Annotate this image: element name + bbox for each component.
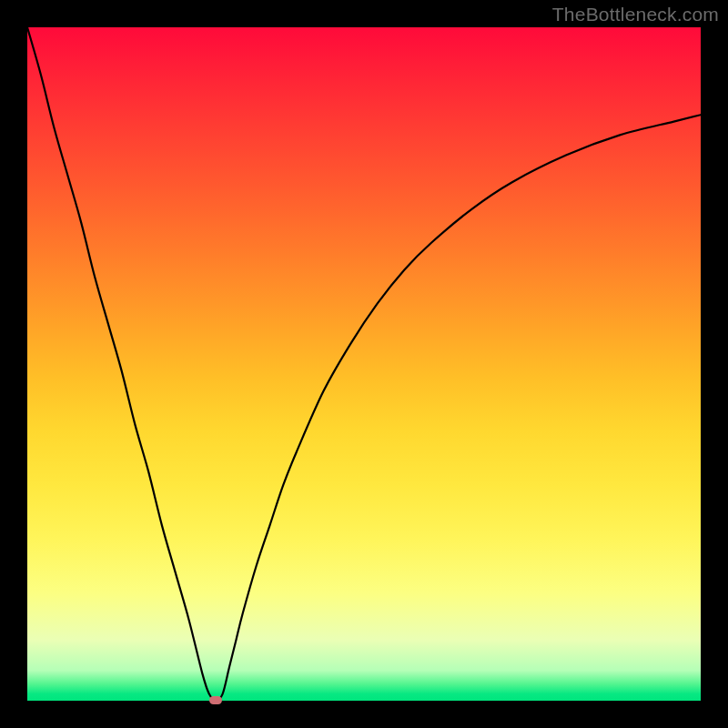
watermark-text: TheBottleneck.com — [552, 4, 719, 25]
plot-area — [27, 27, 701, 701]
minimum-marker — [209, 696, 222, 704]
bottleneck-curve — [27, 27, 701, 701]
chart-frame: TheBottleneck.com — [0, 0, 728, 728]
